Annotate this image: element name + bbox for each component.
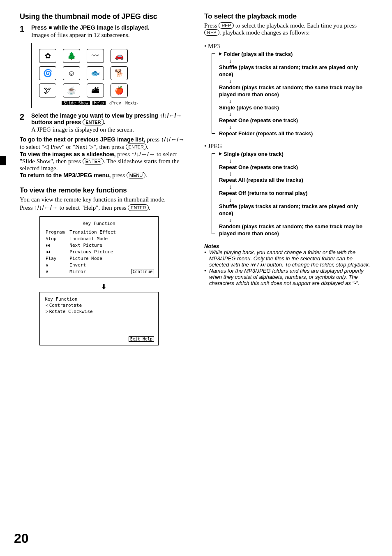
kf-key: > — [46, 309, 48, 314]
prev-button[interactable]: ◁Prev — [108, 101, 122, 105]
thumbnail-grid: ✿ 🌲 〰 🚗 🌀 ☺ 🐟 🐕 🕊 ☕ 🏙 🍎 Slide Show Help — [31, 43, 146, 108]
down-arrow-icon: ↓ — [229, 197, 372, 203]
right-column: To select the playback mode Press REP to… — [204, 12, 372, 350]
down-arrow-icon: ↓ — [229, 58, 372, 64]
thumb-cell: 🍎 — [111, 83, 128, 97]
slideshow-button[interactable]: Slide Show — [62, 101, 90, 105]
left-column: Using the thumbnail mode of JPEG disc 1 … — [20, 12, 188, 350]
arrow-keys-icon: ↑/↓/←/→ — [34, 204, 58, 211]
step-2-result: A JPEG image is displayed on the screen. — [31, 126, 188, 133]
down-arrow-icon: ↓ — [229, 171, 372, 176]
pb-t2: to select the playback mode. Each time y… — [234, 22, 357, 29]
page-number: 20 — [14, 531, 29, 546]
kf-key: ∧ — [46, 262, 69, 268]
mp3-flow: Folder (plays all the tracks) ↓ Shuffle … — [212, 51, 372, 137]
return-heading: To return to the MP3/JPEG menu, — [20, 172, 111, 178]
step-2-instruction: Select the image you want to view by pre… — [31, 112, 188, 125]
ret-t: press — [111, 172, 126, 178]
note-item: • Names for the MP3/JPEG folders and fil… — [204, 268, 372, 286]
bullet: • — [204, 268, 209, 286]
goto-paragraph: To go to the next or previous JPEG image… — [20, 136, 188, 151]
thumb-cell: 🏙 — [87, 83, 104, 97]
remote-p2: Press ↑/↓/←/→ to select "Help", then pre… — [20, 204, 188, 211]
arrow-keys-icon: ↑/↓/←/→ — [161, 136, 185, 143]
step-1: 1 Press ■ while the JPEG image is displa… — [20, 24, 188, 39]
flow-item: Shuffle (plays tracks at random; tracks … — [219, 203, 372, 217]
down-arrow-icon: ↓ — [229, 98, 372, 104]
kf-desc: Invert — [69, 262, 120, 268]
rep-key: REP — [204, 29, 219, 36]
kf-key: Stop — [46, 236, 69, 242]
rep-key: REP — [219, 22, 234, 29]
pb-t1: Press — [204, 22, 219, 29]
step-2-text-b: buttons and press — [31, 119, 83, 125]
flow-item: Repeat Off (returns to normal play) — [219, 190, 372, 197]
kf-key: ⏮ — [46, 249, 69, 255]
step-1-instruction: Press ■ while the JPEG image is displaye… — [31, 24, 188, 31]
remote-p2a: Press — [20, 204, 34, 211]
jpeg-label: • JPEG — [204, 143, 372, 150]
ss-t1: press — [115, 151, 131, 158]
menu-key: MENU — [127, 172, 145, 178]
arrow-keys-icon: ↑/↓/←/→ — [160, 112, 182, 119]
exit-help-button[interactable]: Exit Help — [129, 336, 154, 342]
kf-desc: Picture Mode — [69, 256, 120, 262]
flow-item: Repeat All (repeats all the tracks) — [219, 176, 372, 184]
step-2: 2 Select the image you want to view by p… — [20, 112, 188, 133]
continue-button[interactable]: Continue — [131, 269, 154, 274]
flow-item: Shuffle (plays tracks at random; tracks … — [219, 64, 372, 78]
kf-desc: Mirror — [69, 269, 120, 275]
step-2-number: 2 — [20, 112, 31, 133]
step-1-result: Images of files appear in 12 subscreens. — [31, 32, 188, 39]
remote-heading: To view the remote key functions — [20, 186, 188, 195]
step-2-text-a: Select the image you want to view by pre… — [31, 112, 160, 119]
flow-item: Repeat One (repeats one track) — [219, 117, 372, 124]
key-function-panel-1: Key Function ProgramTransition Effect St… — [39, 216, 159, 278]
note-text: Names for the MP3/JPEG folders and files… — [209, 268, 372, 286]
period: . — [147, 144, 148, 150]
return-paragraph: To return to the MP3/JPEG menu, press ME… — [20, 172, 188, 179]
down-arrow-icon: ↓ — [229, 111, 372, 117]
goto-t2: to select "◁ Prev" or "Next ▷", then pre… — [20, 144, 126, 150]
kf-title: Key Function — [45, 297, 153, 302]
key-function-panel-2: Key Function <Contrarotate >Rotate Clock… — [39, 292, 159, 345]
pb-t3: , playback mode changes as follows: — [219, 29, 310, 36]
jpeg-flow: Single (plays one track) ↓ Repeat One (r… — [212, 151, 372, 237]
thumbnail-heading: Using the thumbnail mode of JPEG disc — [20, 12, 188, 21]
next-button[interactable]: Next▷ — [125, 101, 138, 105]
enter-key: ENTER — [83, 119, 104, 125]
note-text: While playing back, you cannot change a … — [209, 249, 372, 268]
down-arrow-icon: ⬇ — [20, 282, 188, 291]
thumb-cell: ✿ — [39, 49, 56, 63]
kf-key: < — [46, 303, 48, 308]
thumb-cell: 🐕 — [111, 66, 128, 80]
thumb-cell: ☕ — [63, 83, 80, 97]
slideshow-paragraph: To view the images as a slideshow, press… — [20, 151, 188, 172]
thumb-cell: 🐟 — [87, 66, 104, 80]
period: . — [145, 172, 147, 178]
enter-key: ENTER — [83, 158, 104, 164]
goto-heading: To go to the next or previous JPEG image… — [20, 136, 145, 143]
period: . — [104, 119, 106, 125]
notes-heading: Notes — [204, 243, 372, 249]
down-arrow-icon: ↓ — [229, 184, 372, 190]
bullet: • — [204, 249, 209, 268]
goto-t1: press — [145, 136, 161, 143]
thumb-cell: ☺ — [63, 66, 80, 80]
thumb-cell: 〰 — [87, 49, 104, 63]
down-arrow-icon: ↓ — [229, 158, 372, 164]
kf-desc: Rotate Clockwise — [49, 309, 93, 314]
thumb-cell: 🕊 — [39, 83, 56, 97]
kf-title: Key Function — [45, 221, 153, 226]
help-button[interactable]: Help — [92, 101, 106, 105]
remote-p1: You can view the remote key functions in… — [20, 196, 188, 203]
remote-p2b: to select "Help", then press — [58, 204, 128, 211]
flow-item: Repeat One (repeats one track) — [219, 164, 372, 171]
flow-item: Single (plays one track) — [219, 104, 372, 111]
note-item: • While playing back, you cannot change … — [204, 249, 372, 268]
enter-key: ENTER — [126, 144, 147, 150]
slideshow-heading: To view the images as a slideshow, — [20, 151, 115, 158]
kf-desc: Contrarotate — [49, 303, 93, 308]
kf-key: Program — [46, 229, 69, 235]
kf-desc: Transition Effect — [69, 229, 120, 235]
